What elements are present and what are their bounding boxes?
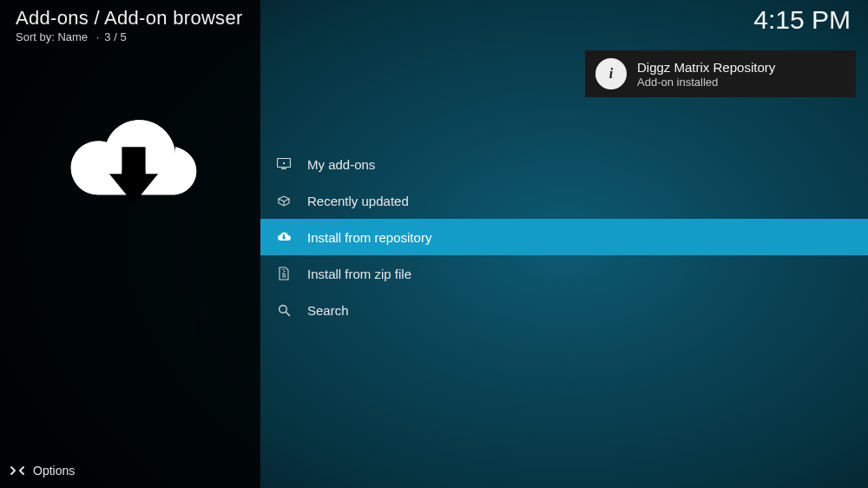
- notification-text: Diggz Matrix Repository Add-on installed: [637, 60, 775, 89]
- svg-rect-4: [284, 271, 286, 272]
- menu-item-label: Install from zip file: [307, 267, 411, 281]
- breadcrumb: Add-ons / Add-on browser: [16, 7, 243, 30]
- search-icon: [274, 304, 293, 317]
- notification-toast: i Diggz Matrix Repository Add-on install…: [585, 50, 856, 97]
- svg-rect-3: [283, 269, 285, 270]
- menu-item-install-from-zip[interactable]: Install from zip file: [260, 255, 868, 292]
- monitor-icon: [274, 158, 293, 170]
- svg-line-8: [286, 312, 289, 315]
- info-icon: i: [595, 58, 627, 89]
- menu-item-label: Search: [307, 303, 349, 318]
- notification-subtitle: Add-on installed: [637, 76, 775, 89]
- zip-file-icon: [274, 267, 293, 280]
- svg-rect-2: [281, 168, 286, 170]
- options-button[interactable]: Options: [10, 464, 75, 478]
- sort-label: Sort by:: [16, 30, 55, 43]
- svg-rect-6: [283, 274, 286, 277]
- menu-item-label: Install from repository: [307, 230, 431, 245]
- clock: 4:15 PM: [753, 5, 851, 35]
- cloud-download-large-icon: [59, 111, 208, 223]
- open-box-icon: [274, 195, 293, 207]
- menu-item-label: My add-ons: [307, 157, 375, 172]
- svg-rect-5: [283, 273, 285, 274]
- menu-item-my-addons[interactable]: My add-ons: [260, 146, 868, 182]
- separator: [91, 30, 105, 43]
- sidebar: Add-ons / Add-on browser Sort by: Name 3…: [0, 0, 260, 488]
- options-icon: [10, 465, 24, 477]
- options-label: Options: [33, 464, 75, 478]
- svg-text:i: i: [609, 66, 614, 81]
- menu-item-label: Recently updated: [307, 194, 409, 208]
- menu-item-recently-updated[interactable]: Recently updated: [260, 182, 868, 219]
- menu-item-search[interactable]: Search: [260, 292, 868, 328]
- menu-item-install-from-repository[interactable]: Install from repository: [260, 219, 868, 255]
- sort-info: Sort by: Name 3 / 5: [16, 30, 243, 43]
- notification-title: Diggz Matrix Repository: [637, 60, 775, 75]
- list-position: 3 / 5: [104, 30, 126, 43]
- header: Add-ons / Add-on browser Sort by: Name 3…: [16, 7, 243, 43]
- main-menu: My add-ons Recently updated Install from…: [260, 146, 868, 328]
- cloud-download-icon: [274, 231, 293, 243]
- sort-value: Name: [57, 30, 88, 43]
